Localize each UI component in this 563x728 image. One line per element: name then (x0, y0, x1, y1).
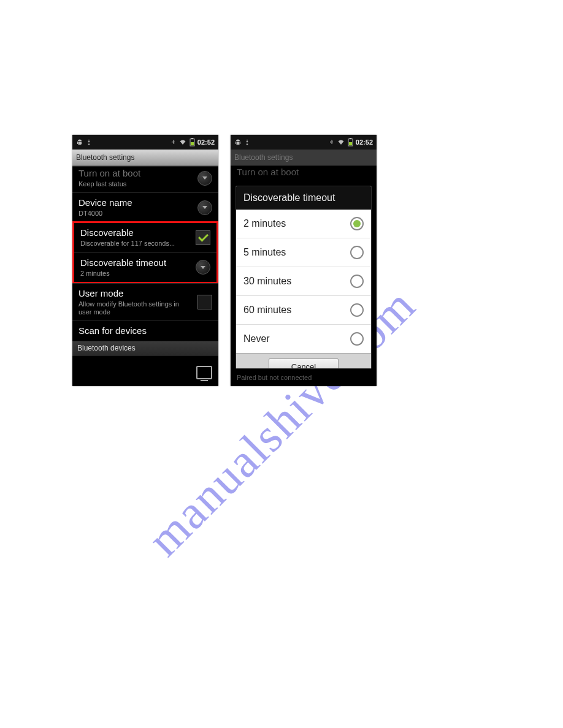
status-clock: 02:52 (197, 138, 215, 146)
dialog-option-label: 30 minutes (243, 276, 291, 287)
laptop-icon (196, 366, 212, 379)
setting-subtitle: Keep last status (79, 180, 193, 188)
radio-unselected[interactable] (350, 246, 364, 259)
setting-user-mode[interactable]: User mode Allow modify Bluetooth setting… (72, 283, 218, 320)
status-clock: 02:52 (356, 138, 373, 146)
setting-scan-for-devices[interactable]: Scan for devices (72, 320, 218, 341)
android-icon (76, 138, 83, 146)
bluetooth-icon (170, 138, 176, 146)
status-left (76, 138, 92, 146)
svg-rect-1 (191, 138, 194, 139)
radio-unselected[interactable] (350, 332, 364, 346)
setting-title: Turn on at boot (79, 168, 193, 179)
wifi-icon (178, 138, 187, 146)
setting-title: User mode (79, 288, 193, 299)
dialog-title: Discoverable timeout (236, 186, 371, 210)
status-right: 02:52 (329, 138, 373, 146)
screen-title: Bluetooth settings (72, 150, 218, 166)
setting-turn-on-at-boot[interactable]: Turn on at boot Keep last status (72, 166, 218, 192)
dialog-footer: Cancel (236, 353, 371, 369)
status-left (234, 138, 250, 146)
battery-icon (348, 138, 353, 146)
setting-discoverable[interactable]: Discoverable Discoverable for 117 second… (74, 223, 216, 252)
setting-title: Scan for devices (79, 325, 212, 336)
chevron-down-icon (197, 200, 212, 215)
setting-subtitle: DT4000 (79, 210, 193, 218)
cancel-button[interactable]: Cancel (269, 358, 339, 369)
usb-icon (244, 138, 250, 146)
setting-title: Discoverable (80, 227, 191, 238)
screen-title-dimmed: Bluetooth settings (231, 150, 377, 166)
dialog-option[interactable]: 60 minutes (236, 295, 371, 324)
device-name: BT01 (79, 361, 188, 373)
screenshots-container: 02:52 Bluetooth settings Turn on at boot… (72, 135, 377, 386)
chevron-down-icon (197, 171, 212, 186)
svg-rect-5 (349, 142, 352, 145)
android-icon (234, 138, 242, 146)
svg-rect-4 (350, 138, 352, 139)
setting-title: Device name (79, 197, 193, 208)
dialog-option-list: 2 minutes 5 minutes 30 minutes 60 minute… (236, 210, 371, 353)
setting-subtitle: Discoverable for 117 seconds... (80, 240, 191, 248)
dialog-option[interactable]: 30 minutes (236, 267, 371, 295)
dimmed-row-title: Turn on at boot (237, 167, 370, 177)
wifi-icon (337, 138, 345, 146)
dialog-option[interactable]: Never (236, 324, 371, 353)
dimmed-row: Turn on at boot (231, 165, 377, 181)
setting-discoverable-timeout[interactable]: Discoverable timeout 2 minutes (74, 252, 216, 282)
dialog-option-label: 2 minutes (243, 218, 286, 229)
radio-unselected[interactable] (350, 303, 364, 317)
highlight-box: Discoverable Discoverable for 117 second… (72, 221, 218, 283)
setting-subtitle: 2 minutes (80, 270, 191, 278)
screenshot-right: 02:52 Bluetooth settings Turn on at boot… (231, 135, 377, 386)
chevron-down-icon (196, 260, 210, 275)
checkbox-checked[interactable] (196, 230, 210, 245)
svg-rect-2 (191, 142, 194, 145)
paired-device-row[interactable]: BT01 Paired but not connected (72, 355, 218, 386)
screenshot-left: 02:52 Bluetooth settings Turn on at boot… (72, 135, 218, 386)
radio-selected[interactable] (350, 217, 364, 230)
dialog-backdrop: Turn on at boot Discoverable timeout 2 m… (231, 165, 377, 386)
status-bar: 02:52 (72, 135, 218, 150)
setting-title: Discoverable timeout (80, 257, 191, 268)
bluetooth-icon (329, 138, 334, 146)
dialog-option-label: 5 minutes (243, 247, 286, 258)
dialog-option-label: Never (243, 333, 270, 344)
status-right: 02:52 (170, 138, 215, 146)
device-status: Paired but not connected (79, 373, 188, 384)
radio-unselected[interactable] (350, 275, 364, 288)
dialog-option[interactable]: 2 minutes (236, 210, 371, 238)
battery-icon (190, 138, 195, 146)
dialog-discoverable-timeout: Discoverable timeout 2 minutes 5 minutes… (236, 186, 372, 369)
section-header-bluetooth-devices: Bluetooth devices (72, 341, 218, 355)
checkbox-unchecked[interactable] (197, 295, 212, 309)
setting-device-name[interactable]: Device name DT4000 (72, 192, 218, 222)
paired-hint-dimmed: Paired but not connected (231, 369, 377, 386)
setting-subtitle: Allow modify Bluetooth settings in user … (79, 300, 193, 316)
dialog-option[interactable]: 5 minutes (236, 238, 371, 267)
status-bar: 02:52 (231, 135, 377, 150)
dialog-option-label: 60 minutes (243, 305, 291, 316)
usb-icon (86, 138, 92, 146)
